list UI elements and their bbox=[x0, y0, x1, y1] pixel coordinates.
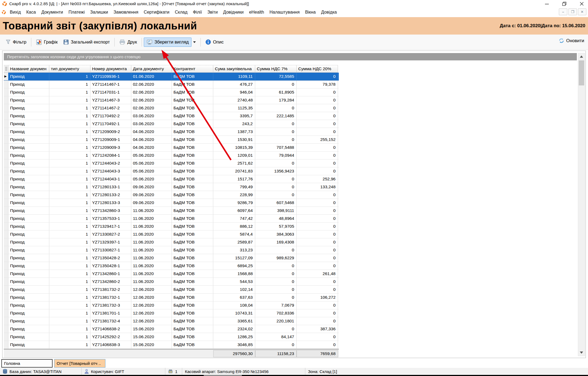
cell: 1286,25 bbox=[213, 333, 255, 341]
table-row[interactable]: Приход1YZ71381732-412.06.2020БаДМ ТОВ336… bbox=[4, 317, 339, 325]
table-row[interactable]: Приход1YZ71406838-215.06.2020БаДМ ТОВ232… bbox=[4, 325, 339, 333]
table-row[interactable]: Приход1YZ71330827-111.06.2020БаДМ ТОВ313… bbox=[4, 246, 339, 254]
restore-icon[interactable] bbox=[562, 1, 567, 6]
table-row[interactable]: Приход1YZ71381732-112.06.2020БаДМ ТОВ637… bbox=[4, 294, 339, 301]
cell: 1 bbox=[49, 278, 90, 285]
menu-item-ehealth[interactable]: eHealth bbox=[246, 8, 267, 16]
menu-item-reports[interactable]: Звіти bbox=[205, 8, 220, 16]
table-row[interactable]: Приход1YZ71329397-111.06.2020БаДМ ТОВ258… bbox=[4, 238, 339, 246]
cell: 12.06.2020 bbox=[131, 309, 172, 317]
scrollbar-thumb[interactable] bbox=[579, 60, 584, 85]
vertical-scrollbar[interactable] bbox=[578, 53, 585, 356]
chart-button[interactable]: Графік bbox=[33, 38, 60, 47]
table-row[interactable]: Приход1YZ71330827-211.06.2020БаДМ ТОВ587… bbox=[4, 230, 339, 238]
table-row[interactable]: Приход1YZ71342860-311.06.2020БаДМ ТОВ609… bbox=[4, 207, 339, 215]
table-row[interactable]: Приход1YZ71280133-309.06.2020БаДМ ТОВ928… bbox=[4, 199, 339, 207]
column-header-purchase-sum[interactable]: Сума закупівельна bbox=[213, 65, 255, 73]
cell: Приход bbox=[8, 88, 49, 96]
menu-item-help[interactable]: Довідка bbox=[318, 8, 340, 16]
column-header-vat7[interactable]: Сумма НДС 7% bbox=[255, 65, 297, 73]
column-header-doc-date[interactable]: Дата документу bbox=[131, 65, 172, 73]
table-row[interactable]: Приход1YZ71170492-103.06.2020БаДМ ТОВ243… bbox=[4, 120, 339, 128]
cell: БаДМ ТОВ bbox=[172, 120, 213, 128]
menu-item-cash[interactable]: Каса bbox=[24, 8, 39, 16]
tab-home[interactable]: Головна bbox=[1, 359, 53, 368]
cell: 946,04 bbox=[213, 88, 255, 96]
cell: БаДМ ТОВ bbox=[172, 175, 213, 183]
menu-item-certificates[interactable]: Сертифікати bbox=[141, 8, 172, 16]
table-row[interactable]: Приход1YZ71244043-205.06.2020БаДМ ТОВ257… bbox=[4, 159, 339, 167]
table-row[interactable]: Приход1YZ71329417-111.06.2020БаДМ ТОВ886… bbox=[4, 223, 339, 230]
table-row[interactable]: Приход1YZ71406838-315.06.2020БаДМ ТОВ304… bbox=[4, 341, 339, 349]
grid-corner-cell[interactable] bbox=[4, 65, 8, 73]
menu-item-windows[interactable]: Вікна bbox=[302, 8, 318, 16]
menu-item-exit[interactable]: Вихід bbox=[7, 8, 24, 16]
menu-item-stock[interactable]: Залишки bbox=[87, 8, 111, 16]
close-icon[interactable] bbox=[579, 1, 584, 6]
scroll-down-icon[interactable] bbox=[578, 349, 585, 356]
table-row[interactable]: Приход1YZ71244043-305.06.2020БаДМ ТОВ207… bbox=[4, 167, 339, 175]
cell: Приход bbox=[8, 301, 49, 309]
table-row[interactable]: Приход1YZ71350428-211.06.2020БаДМ ТОВ151… bbox=[4, 254, 339, 262]
description-button[interactable]: Опис bbox=[203, 38, 226, 47]
export-button[interactable]: Загальний експорт bbox=[60, 38, 113, 47]
menu-item-warehouse[interactable]: Склад bbox=[172, 8, 190, 16]
table-row[interactable]: Приход1YZ71141467-102.06.2020БаДМ ТОВ476… bbox=[4, 81, 339, 88]
mdi-close-icon[interactable]: ✕ bbox=[578, 8, 586, 15]
menu-item-orders[interactable]: Замовлення bbox=[111, 8, 141, 16]
cell: Приход bbox=[8, 73, 49, 80]
refresh-button[interactable]: Оновити bbox=[559, 38, 584, 44]
column-header-doc-type[interactable]: тип документу bbox=[49, 65, 90, 73]
mdi-minimize-icon[interactable]: – bbox=[559, 8, 567, 15]
column-header-doc-name[interactable]: Название докумен bbox=[8, 65, 49, 73]
column-header-contragent[interactable]: Контрагент bbox=[172, 65, 213, 73]
table-row[interactable]: Приход1YZ71280133-109.06.2020БаДМ ТОВ799… bbox=[4, 183, 339, 191]
column-header-doc-number[interactable]: Номер документа bbox=[90, 65, 131, 73]
table-row[interactable]: Приход1YZ71280133-209.06.2020БаДМ ТОВ228… bbox=[4, 191, 339, 199]
cell: 637,63 bbox=[213, 294, 255, 301]
cell: 313,23 bbox=[213, 246, 255, 254]
table-row[interactable]: Приход1YZ71141467-202.06.2020БаДМ ТОВ112… bbox=[4, 104, 339, 112]
minimize-icon[interactable] bbox=[544, 1, 549, 6]
table-row[interactable]: Приход1YZ71381701-112.06.2020БаДМ ТОВ107… bbox=[4, 309, 339, 317]
menu-item-branches[interactable]: Філії bbox=[190, 8, 205, 16]
table-row[interactable]: Приход1YZ71242084-105.06.2020БаДМ ТОВ120… bbox=[4, 152, 339, 159]
menu-item-payments[interactable]: Платежі bbox=[66, 8, 88, 16]
table-row[interactable]: Приход1YZ71170492-203.06.2020БаДМ ТОВ339… bbox=[4, 112, 339, 120]
scroll-up-icon[interactable] bbox=[578, 53, 585, 60]
cell: БаДМ ТОВ bbox=[172, 183, 213, 191]
menu-item-directories[interactable]: Довідники bbox=[220, 8, 246, 16]
menu-item-documents[interactable]: Документи bbox=[39, 8, 66, 16]
cell: Приход bbox=[8, 223, 49, 230]
menu-item-settings[interactable]: Налаштування bbox=[267, 8, 303, 16]
table-row[interactable]: Приход1YZ71342860-111.06.2020БаДМ ТОВ156… bbox=[4, 270, 339, 278]
table-row[interactable]: Приход1YZ71209009-304.06.2020БаДМ ТОВ108… bbox=[4, 144, 339, 152]
table-row[interactable]: Приход1YZ71209009-104.06.2020БаДМ ТОВ153… bbox=[4, 136, 339, 144]
table-row[interactable]: Приход1YZ71350428-111.06.2020БаДМ ТОВ689… bbox=[4, 262, 339, 270]
table-row[interactable]: Приход1YZ71147031-102.06.2020БаДМ ТОВ946… bbox=[4, 88, 339, 96]
table-row[interactable]: Приход1YZ71244043-105.06.2020БаДМ ТОВ151… bbox=[4, 175, 339, 183]
column-header-vat20[interactable]: Сумма НДС 20% bbox=[297, 65, 338, 73]
save-view-dropdown-icon[interactable] bbox=[193, 41, 196, 43]
cell: YZ71329417-1 bbox=[90, 223, 131, 230]
group-by-bar[interactable]: Перетягніть заголовок колонки сюди для у… bbox=[4, 53, 577, 60]
mdi-restore-icon[interactable]: ❐ bbox=[568, 8, 577, 15]
table-row[interactable]: Приход1YZ71381732-312.06.2020БаДМ ТОВ108… bbox=[4, 301, 339, 309]
table-row[interactable]: Приход1YZ71381732-212.06.2020БаДМ ТОВ102… bbox=[4, 286, 339, 294]
table-row[interactable]: Приход1YZ71109936-101.06.2020БаДМ ТОВ110… bbox=[4, 73, 339, 81]
save-view-button[interactable]: Зберегти вигляд bbox=[144, 38, 191, 47]
print-button[interactable]: Друк bbox=[117, 38, 140, 47]
cell: 179,284 bbox=[255, 96, 297, 104]
table-row[interactable]: Приход1YZ71357533-111.06.2020БаДМ ТОВ747… bbox=[4, 215, 339, 223]
cell: 04.06.2020 bbox=[131, 136, 172, 143]
table-row[interactable]: Приход1YZ71141467-302.06.2020БаДМ ТОВ274… bbox=[4, 96, 339, 104]
tab-report[interactable]: Отчет [Товарный отч .. bbox=[54, 359, 105, 368]
cell: 10815,39 bbox=[213, 144, 255, 151]
app-logo-icon bbox=[2, 1, 7, 6]
table-row[interactable]: Приход1YZ71342860-211.06.2020БаДМ ТОВ544… bbox=[4, 278, 339, 286]
cell: 0 bbox=[297, 254, 338, 262]
table-row[interactable]: Приход1YZ71425292-215.06.2020БаДМ ТОВ128… bbox=[4, 333, 339, 341]
filter-button[interactable]: Фільтр bbox=[3, 38, 29, 47]
cell: 0 bbox=[297, 333, 338, 341]
table-row[interactable]: Приход1YZ71209009-204.06.2020БаДМ ТОВ138… bbox=[4, 128, 339, 136]
